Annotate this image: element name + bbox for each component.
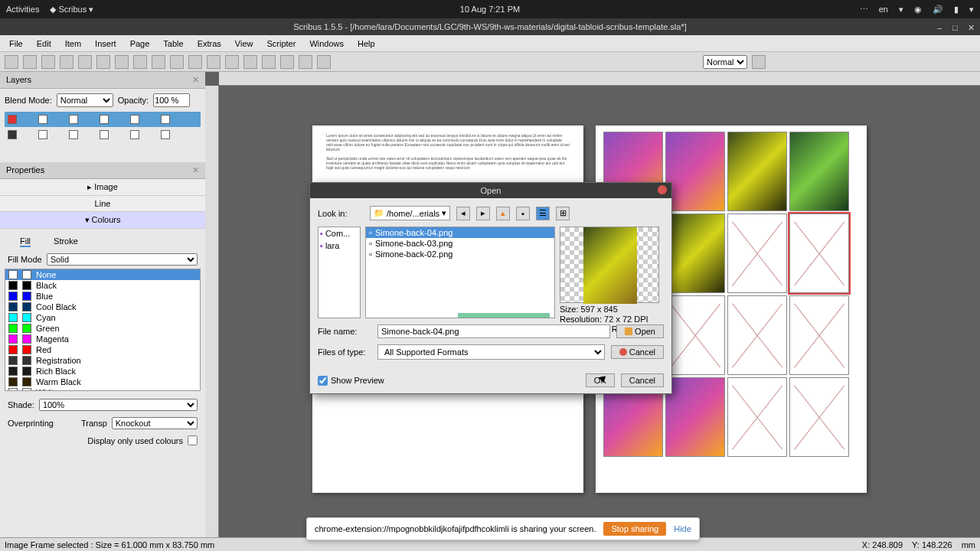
toolbar-button[interactable] [60,55,74,69]
image-frame-selected[interactable] [789,214,849,293]
places-list[interactable]: ▪Com... ▪lara [318,227,361,318]
toolbar-button[interactable] [115,55,129,69]
prop-section-line[interactable]: Line [0,196,205,212]
properties-panel-header[interactable]: Properties ✕ [0,162,205,179]
image-frame[interactable] [727,214,787,293]
blend-mode-select[interactable]: Normal [57,93,113,107]
up-button[interactable]: ▴ [496,207,510,220]
close-icon[interactable]: ✕ [192,75,199,85]
stop-sharing-button[interactable]: Stop sharing [603,522,666,536]
open-button[interactable]: Open [616,324,664,338]
image-frame[interactable] [665,295,725,375]
tab-fill[interactable]: Fill [20,236,31,247]
toolbar-button[interactable] [133,55,147,69]
menu-item[interactable]: Item [59,37,87,51]
lang-indicator[interactable]: en [879,5,888,14]
menu-view[interactable]: View [229,37,260,51]
layers-panel-header[interactable]: Layers ✕ [0,72,205,89]
minimize-button[interactable]: – [937,23,945,31]
forward-button[interactable]: ▸ [476,207,490,220]
image-frame[interactable] [665,214,725,293]
pdf-mode-select[interactable]: Normal [703,55,747,69]
prop-section-colours[interactable]: ▾ Colours [0,212,205,229]
toolbar-button[interactable] [188,55,202,69]
image-frame[interactable] [665,377,725,457]
color-item[interactable]: White [5,387,200,391]
display-used-checkbox[interactable] [188,435,198,445]
toolbar-button[interactable] [96,55,110,69]
toolbar-button[interactable] [207,55,220,69]
menu-insert[interactable]: Insert [89,37,122,51]
activities-button[interactable]: Activities [6,5,39,14]
menu-windows[interactable]: Windows [303,37,350,51]
battery-icon[interactable]: ▮ [954,5,959,15]
file-item[interactable]: ▫Simone-back-04.png [366,227,554,238]
shade-select[interactable]: 100% [39,399,198,411]
toolbar-button[interactable] [262,55,276,69]
cancel-button-2[interactable]: Cancel [621,373,664,387]
toolbar-button[interactable] [225,55,239,69]
layer-flags-row[interactable] [5,112,201,127]
toolbar-button[interactable] [317,55,331,69]
image-frame[interactable] [789,132,849,211]
prop-section-image[interactable]: ▸ Image [0,179,205,196]
color-item[interactable]: Rich Black [5,366,200,377]
hide-share-button[interactable]: Hide [674,524,691,533]
close-button[interactable]: ✕ [968,23,975,31]
image-frame[interactable] [727,377,787,457]
clock[interactable]: 10 Aug 7:21 PM [460,5,520,14]
list-view-button[interactable]: ☰ [536,207,550,220]
tab-stroke[interactable]: Stroke [54,236,78,247]
toolbar-button[interactable] [78,55,92,69]
color-list[interactable]: NoneBlackBlueCool BlackCyanGreenMagentaR… [5,269,201,391]
toolbar-button[interactable] [41,55,55,69]
app-menu[interactable]: ◆ Scribus ▾ [50,5,93,15]
toolbar-button[interactable] [23,55,37,69]
menu-page[interactable]: Page [124,37,156,51]
back-button[interactable]: ◂ [456,207,470,220]
image-frame[interactable] [727,295,787,375]
menu-file[interactable]: File [3,37,29,51]
ok-button[interactable]: OK [586,373,615,387]
color-item[interactable]: Black [5,280,200,291]
menu-edit[interactable]: Edit [31,37,57,51]
filetype-select[interactable]: All Supported Formats [377,344,605,360]
color-item[interactable]: Green [5,323,200,334]
close-icon[interactable]: ✕ [192,165,199,175]
toolbar-button[interactable] [5,55,18,69]
color-item[interactable]: None [5,269,200,280]
dialog-titlebar[interactable]: Open [310,183,671,198]
color-item[interactable]: Warm Black [5,377,200,387]
file-item[interactable]: ▫Simone-back-02.png [366,249,554,259]
image-frame[interactable] [789,295,849,375]
toolbar-button[interactable] [752,55,766,69]
color-item[interactable]: Cyan [5,312,200,323]
knockout-select[interactable]: Knockout [112,417,198,429]
place-computer[interactable]: ▪Com... [318,227,360,240]
place-home[interactable]: ▪lara [318,240,360,252]
filename-input[interactable] [377,324,610,338]
menu-help[interactable]: Help [351,37,381,51]
image-frame[interactable] [665,132,725,211]
network-icon[interactable]: ▾ [899,5,903,15]
path-selector[interactable]: 📁 /home/...erials ▾ [370,206,450,220]
opacity-input[interactable] [153,93,190,107]
image-frame[interactable] [727,132,787,211]
toolbar-button[interactable] [170,55,184,69]
color-item[interactable]: Cool Black [5,302,200,312]
tray-icon[interactable]: ⋯ [860,5,868,15]
menu-scripter[interactable]: Scripter [260,37,302,51]
cancel-button[interactable]: Cancel [611,345,664,359]
menu-table[interactable]: Table [157,37,189,51]
new-folder-button[interactable]: ▪ [516,207,530,220]
dialog-close-icon[interactable] [658,185,667,194]
color-item[interactable]: Magenta [5,334,200,344]
file-item[interactable]: ▫Simone-back-03.png [366,238,554,249]
fill-mode-select[interactable]: Solid [47,253,198,266]
file-list[interactable]: ▫Simone-back-04.png▫Simone-back-03.png▫S… [365,227,555,318]
detail-view-button[interactable]: ⊞ [556,207,570,220]
toolbar-button[interactable] [152,55,165,69]
toolbar-button[interactable] [280,55,294,69]
a11y-icon[interactable]: ◉ [914,5,922,15]
menu-extras[interactable]: Extras [191,37,227,51]
